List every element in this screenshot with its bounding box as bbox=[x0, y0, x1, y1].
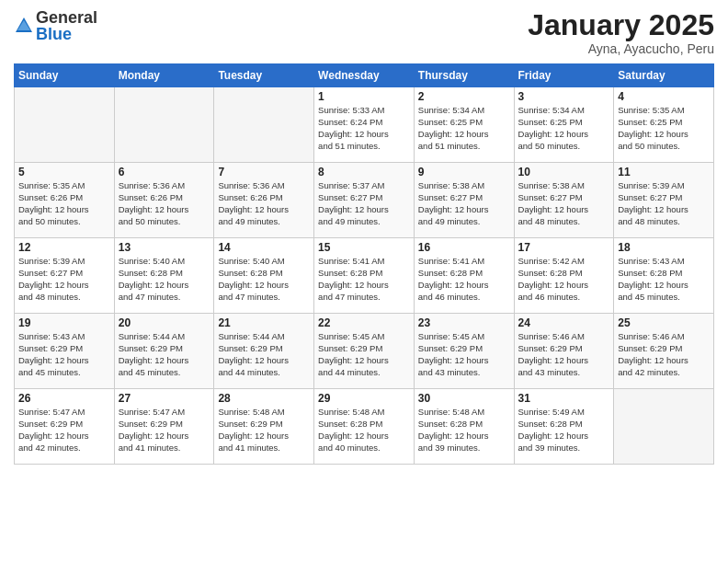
day-info: Sunrise: 5:37 AM Sunset: 6:27 PM Dayligh… bbox=[318, 180, 410, 227]
day-info: Sunrise: 5:39 AM Sunset: 6:27 PM Dayligh… bbox=[18, 256, 110, 303]
day-cell: 11Sunrise: 5:39 AM Sunset: 6:27 PM Dayli… bbox=[614, 163, 714, 238]
day-cell: 25Sunrise: 5:46 AM Sunset: 6:29 PM Dayli… bbox=[614, 314, 714, 389]
day-cell: 17Sunrise: 5:42 AM Sunset: 6:28 PM Dayli… bbox=[514, 238, 614, 314]
day-number: 16 bbox=[418, 241, 510, 254]
day-number: 13 bbox=[119, 241, 210, 254]
calendar-header: SundayMondayTuesdayWednesdayThursdayFrid… bbox=[15, 64, 714, 87]
day-cell: 24Sunrise: 5:46 AM Sunset: 6:29 PM Dayli… bbox=[514, 314, 614, 389]
day-cell: 1Sunrise: 5:33 AM Sunset: 6:24 PM Daylig… bbox=[314, 87, 415, 163]
day-number: 5 bbox=[18, 166, 110, 178]
day-number: 4 bbox=[618, 90, 710, 103]
day-cell: 14Sunrise: 5:40 AM Sunset: 6:28 PM Dayli… bbox=[214, 238, 314, 314]
day-cell: 16Sunrise: 5:41 AM Sunset: 6:28 PM Dayli… bbox=[414, 238, 514, 314]
day-info: Sunrise: 5:35 AM Sunset: 6:25 PM Dayligh… bbox=[618, 105, 710, 152]
day-info: Sunrise: 5:44 AM Sunset: 6:29 PM Dayligh… bbox=[218, 331, 310, 378]
day-info: Sunrise: 5:48 AM Sunset: 6:28 PM Dayligh… bbox=[418, 407, 510, 454]
day-info: Sunrise: 5:45 AM Sunset: 6:29 PM Dayligh… bbox=[318, 331, 410, 378]
day-cell: 19Sunrise: 5:43 AM Sunset: 6:29 PM Dayli… bbox=[15, 314, 115, 389]
calendar: SundayMondayTuesdayWednesdayThursdayFrid… bbox=[14, 63, 714, 465]
day-info: Sunrise: 5:34 AM Sunset: 6:25 PM Dayligh… bbox=[418, 105, 510, 152]
header: General Blue January 2025 Ayna, Ayacucho… bbox=[14, 9, 714, 56]
week-row-3: 19Sunrise: 5:43 AM Sunset: 6:29 PM Dayli… bbox=[15, 314, 714, 389]
day-number: 25 bbox=[618, 316, 710, 329]
day-cell: 31Sunrise: 5:49 AM Sunset: 6:28 PM Dayli… bbox=[514, 389, 614, 465]
day-info: Sunrise: 5:39 AM Sunset: 6:27 PM Dayligh… bbox=[618, 180, 710, 227]
day-info: Sunrise: 5:48 AM Sunset: 6:29 PM Dayligh… bbox=[218, 407, 310, 454]
logo: General Blue bbox=[14, 9, 97, 42]
day-cell: 29Sunrise: 5:48 AM Sunset: 6:28 PM Dayli… bbox=[314, 389, 415, 465]
weekday-header-thursday: Thursday bbox=[414, 64, 514, 87]
day-number: 19 bbox=[18, 316, 110, 329]
day-number: 2 bbox=[418, 90, 510, 103]
day-cell: 9Sunrise: 5:38 AM Sunset: 6:27 PM Daylig… bbox=[414, 163, 514, 238]
day-cell: 15Sunrise: 5:41 AM Sunset: 6:28 PM Dayli… bbox=[314, 238, 415, 314]
logo-icon bbox=[14, 16, 34, 36]
day-info: Sunrise: 5:43 AM Sunset: 6:29 PM Dayligh… bbox=[18, 331, 110, 378]
day-info: Sunrise: 5:43 AM Sunset: 6:28 PM Dayligh… bbox=[618, 256, 710, 303]
day-cell: 3Sunrise: 5:34 AM Sunset: 6:25 PM Daylig… bbox=[514, 87, 614, 163]
weekday-header-wednesday: Wednesday bbox=[314, 64, 415, 87]
day-info: Sunrise: 5:35 AM Sunset: 6:26 PM Dayligh… bbox=[18, 180, 110, 227]
day-number: 23 bbox=[418, 316, 510, 329]
day-cell: 22Sunrise: 5:45 AM Sunset: 6:29 PM Dayli… bbox=[314, 314, 415, 389]
week-row-0: 1Sunrise: 5:33 AM Sunset: 6:24 PM Daylig… bbox=[15, 87, 714, 163]
day-info: Sunrise: 5:41 AM Sunset: 6:28 PM Dayligh… bbox=[318, 256, 410, 303]
day-number: 7 bbox=[218, 166, 310, 178]
day-number: 30 bbox=[418, 392, 510, 405]
week-row-2: 12Sunrise: 5:39 AM Sunset: 6:27 PM Dayli… bbox=[15, 238, 714, 314]
day-info: Sunrise: 5:40 AM Sunset: 6:28 PM Dayligh… bbox=[119, 256, 210, 303]
day-number: 14 bbox=[218, 241, 310, 254]
weekday-header-sunday: Sunday bbox=[15, 64, 115, 87]
day-info: Sunrise: 5:36 AM Sunset: 6:26 PM Dayligh… bbox=[218, 180, 310, 227]
day-cell: 26Sunrise: 5:47 AM Sunset: 6:29 PM Dayli… bbox=[15, 389, 115, 465]
weekday-header-friday: Friday bbox=[514, 64, 614, 87]
week-row-4: 26Sunrise: 5:47 AM Sunset: 6:29 PM Dayli… bbox=[15, 389, 714, 465]
location: Ayna, Ayacucho, Peru bbox=[528, 41, 714, 56]
day-info: Sunrise: 5:48 AM Sunset: 6:28 PM Dayligh… bbox=[318, 407, 410, 454]
weekday-header-saturday: Saturday bbox=[614, 64, 714, 87]
day-number: 3 bbox=[518, 90, 610, 103]
day-cell bbox=[114, 87, 214, 163]
day-cell: 28Sunrise: 5:48 AM Sunset: 6:29 PM Dayli… bbox=[214, 389, 314, 465]
day-info: Sunrise: 5:38 AM Sunset: 6:27 PM Dayligh… bbox=[418, 180, 510, 227]
day-info: Sunrise: 5:49 AM Sunset: 6:28 PM Dayligh… bbox=[518, 407, 610, 454]
day-cell: 30Sunrise: 5:48 AM Sunset: 6:28 PM Dayli… bbox=[414, 389, 514, 465]
logo-general: General bbox=[36, 9, 97, 26]
day-info: Sunrise: 5:42 AM Sunset: 6:28 PM Dayligh… bbox=[518, 256, 610, 303]
day-number: 12 bbox=[18, 241, 110, 254]
day-number: 28 bbox=[218, 392, 310, 405]
day-cell: 21Sunrise: 5:44 AM Sunset: 6:29 PM Dayli… bbox=[214, 314, 314, 389]
day-number: 29 bbox=[318, 392, 410, 405]
day-number: 27 bbox=[119, 392, 210, 405]
week-row-1: 5Sunrise: 5:35 AM Sunset: 6:26 PM Daylig… bbox=[15, 163, 714, 238]
day-number: 20 bbox=[119, 316, 210, 329]
day-number: 26 bbox=[18, 392, 110, 405]
day-info: Sunrise: 5:46 AM Sunset: 6:29 PM Dayligh… bbox=[618, 331, 710, 378]
day-cell: 6Sunrise: 5:36 AM Sunset: 6:26 PM Daylig… bbox=[114, 163, 214, 238]
month-title: January 2025 bbox=[528, 9, 714, 41]
day-number: 8 bbox=[318, 166, 410, 178]
day-cell bbox=[15, 87, 115, 163]
day-number: 22 bbox=[318, 316, 410, 329]
day-info: Sunrise: 5:47 AM Sunset: 6:29 PM Dayligh… bbox=[119, 407, 210, 454]
day-cell: 5Sunrise: 5:35 AM Sunset: 6:26 PM Daylig… bbox=[15, 163, 115, 238]
day-cell: 23Sunrise: 5:45 AM Sunset: 6:29 PM Dayli… bbox=[414, 314, 514, 389]
day-cell: 4Sunrise: 5:35 AM Sunset: 6:25 PM Daylig… bbox=[614, 87, 714, 163]
day-cell bbox=[614, 389, 714, 465]
day-number: 15 bbox=[318, 241, 410, 254]
day-number: 24 bbox=[518, 316, 610, 329]
day-info: Sunrise: 5:36 AM Sunset: 6:26 PM Dayligh… bbox=[119, 180, 210, 227]
day-info: Sunrise: 5:40 AM Sunset: 6:28 PM Dayligh… bbox=[218, 256, 310, 303]
day-info: Sunrise: 5:44 AM Sunset: 6:29 PM Dayligh… bbox=[119, 331, 210, 378]
day-cell: 12Sunrise: 5:39 AM Sunset: 6:27 PM Dayli… bbox=[15, 238, 115, 314]
day-number: 6 bbox=[119, 166, 210, 178]
day-number: 17 bbox=[518, 241, 610, 254]
day-cell: 7Sunrise: 5:36 AM Sunset: 6:26 PM Daylig… bbox=[214, 163, 314, 238]
logo-blue: Blue bbox=[36, 26, 97, 42]
day-info: Sunrise: 5:41 AM Sunset: 6:28 PM Dayligh… bbox=[418, 256, 510, 303]
day-number: 18 bbox=[618, 241, 710, 254]
calendar-body: 1Sunrise: 5:33 AM Sunset: 6:24 PM Daylig… bbox=[15, 87, 714, 465]
day-info: Sunrise: 5:47 AM Sunset: 6:29 PM Dayligh… bbox=[18, 407, 110, 454]
day-info: Sunrise: 5:38 AM Sunset: 6:27 PM Dayligh… bbox=[518, 180, 610, 227]
day-info: Sunrise: 5:46 AM Sunset: 6:29 PM Dayligh… bbox=[518, 331, 610, 378]
